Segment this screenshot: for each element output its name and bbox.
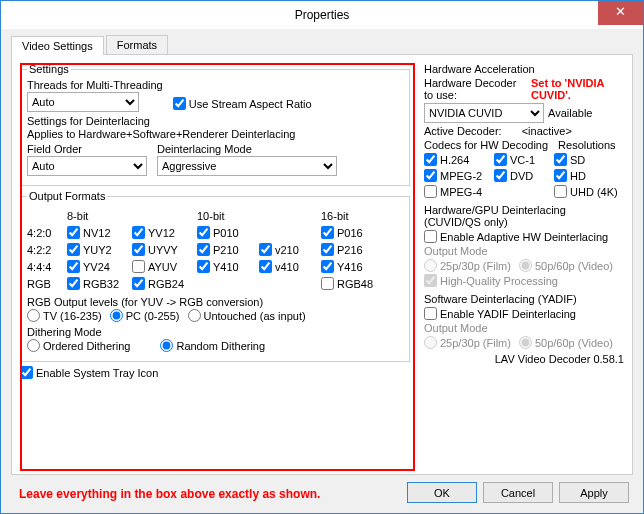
fmt-nv12-checkbox[interactable]: NV12 <box>67 226 132 239</box>
close-icon[interactable]: ✕ <box>598 1 643 25</box>
fmt-ayuv-checkbox[interactable]: AYUV <box>132 260 197 273</box>
yadif-output-mode-label: Output Mode <box>424 322 624 334</box>
fmt-p216-checkbox[interactable]: P216 <box>321 243 383 256</box>
fmt-row-key: 4:2:0 <box>27 227 67 239</box>
yadif-label: Software Deinterlacing (YADIF) <box>424 293 624 305</box>
available-label: Available <box>548 107 592 119</box>
hq-checkbox[interactable]: High-Quality Processing <box>424 274 624 287</box>
fmt-p016-checkbox[interactable]: P016 <box>321 226 383 239</box>
set-to-note: Set to 'NVIDIA CUVID'. <box>531 77 624 101</box>
ok-button[interactable]: OK <box>407 482 477 503</box>
dither-radio[interactable]: Random Dithering <box>160 339 265 352</box>
field-order-select[interactable]: Auto <box>27 156 147 176</box>
fmt-rgb32-checkbox[interactable]: RGB32 <box>67 277 132 290</box>
fmt-row-key: 4:4:4 <box>27 261 67 273</box>
rgb-levels-label: RGB Output levels (for YUV -> RGB conver… <box>27 296 403 308</box>
fmt-y416-checkbox[interactable]: Y416 <box>321 260 383 273</box>
field-order-label: Field Order <box>27 143 147 155</box>
hw-mode-radio[interactable]: 50p/60p (Video) <box>519 259 613 272</box>
fmt-row-key: RGB <box>27 278 67 290</box>
yadif-enable-checkbox[interactable]: Enable YADIF Deinterlacing <box>424 307 624 320</box>
codec-h264-checkbox[interactable]: H.264 <box>424 153 494 166</box>
version-label: LAV Video Decoder 0.58.1 <box>424 353 624 365</box>
fmt-yuy2-checkbox[interactable]: YUY2 <box>67 243 132 256</box>
window-title: Properties <box>295 8 350 22</box>
deint-mode-select[interactable]: Aggressive <box>157 156 337 176</box>
yadif-mode-radio[interactable]: 25p/30p (Film) <box>424 336 511 349</box>
fmt-row-key: 4:2:2 <box>27 244 67 256</box>
rgb-level-radio[interactable]: PC (0-255) <box>110 309 180 322</box>
codec-mpeg2-checkbox[interactable]: MPEG-2 <box>424 169 494 182</box>
deint-desc1: Settings for Deinterlacing <box>27 115 403 127</box>
res-label: Resolutions <box>558 139 615 151</box>
codec-uhd4k-checkbox[interactable]: UHD (4K) <box>554 185 624 198</box>
titlebar[interactable]: Properties ✕ <box>1 1 643 29</box>
output-formats-group: Output Formats 8-bit10-bit16-bit4:2:0NV1… <box>20 190 410 362</box>
hw-accel-label: Hardware Acceleration <box>424 63 624 75</box>
fmt-col-hdr: 8-bit <box>67 210 132 222</box>
stream-aspect-checkbox[interactable]: Use Stream Aspect Ratio <box>173 97 312 110</box>
codecs-label: Codecs for HW Decoding <box>424 139 548 151</box>
hw-mode-radio[interactable]: 25p/30p (Film) <box>424 259 511 272</box>
threads-label: Threads for Multi-Threading <box>27 79 163 91</box>
deint-mode-label: Deinterlacing Mode <box>157 143 337 155</box>
settings-group: Settings Threads for Multi-Threading Aut… <box>20 63 410 186</box>
apply-button[interactable]: Apply <box>559 482 629 503</box>
fmt-uyvy-checkbox[interactable]: UYVY <box>132 243 197 256</box>
settings-legend: Settings <box>27 63 71 75</box>
hw-decoder-label: Hardware Decoder to use: <box>424 77 527 101</box>
codec-vc1-checkbox[interactable]: VC-1 <box>494 153 554 166</box>
cancel-button[interactable]: Cancel <box>483 482 553 503</box>
rgb-level-radio[interactable]: Untouched (as input) <box>188 309 306 322</box>
fmt-p210-checkbox[interactable]: P210 <box>197 243 259 256</box>
fmt-p010-checkbox[interactable]: P010 <box>197 226 259 239</box>
hw-decoder-select[interactable]: NVIDIA CUVID <box>424 103 544 123</box>
active-decoder-value: <inactive> <box>522 125 572 137</box>
hw-deint-enable-checkbox[interactable]: Enable Adaptive HW Deinterlacing <box>424 230 624 243</box>
fmt-yv24-checkbox[interactable]: YV24 <box>67 260 132 273</box>
fmt-col-hdr: 16-bit <box>321 210 383 222</box>
hw-deint-label: Hardware/GPU Deinterlacing (CUVID/QS onl… <box>424 204 624 228</box>
fmt-col-hdr: 10-bit <box>197 210 259 222</box>
active-decoder-label: Active Decoder: <box>424 125 502 137</box>
fmt-v410-checkbox[interactable]: v410 <box>259 260 321 273</box>
codec-sd-checkbox[interactable]: SD <box>554 153 624 166</box>
dither-label: Dithering Mode <box>27 326 403 338</box>
tab-formats[interactable]: Formats <box>106 35 168 54</box>
threads-select[interactable]: Auto <box>27 92 139 112</box>
deint-desc2: Applies to Hardware+Software+Renderer De… <box>27 128 403 140</box>
codec-hd-checkbox[interactable]: HD <box>554 169 624 182</box>
dither-radio[interactable]: Ordered Dithering <box>27 339 130 352</box>
tray-checkbox[interactable]: Enable System Tray Icon <box>20 366 410 379</box>
codec-mpeg4-checkbox[interactable]: MPEG-4 <box>424 185 494 198</box>
properties-window: Properties ✕ Video Settings Formats Sett… <box>0 0 644 514</box>
tab-video-settings[interactable]: Video Settings <box>11 36 104 55</box>
fmt-y410-checkbox[interactable]: Y410 <box>197 260 259 273</box>
fmt-rgb24-checkbox[interactable]: RGB24 <box>132 277 197 290</box>
hw-output-mode-label: Output Mode <box>424 245 624 257</box>
output-legend: Output Formats <box>27 190 107 202</box>
yadif-mode-radio[interactable]: 50p/60p (Video) <box>519 336 613 349</box>
codec-dvd-checkbox[interactable]: DVD <box>494 169 554 182</box>
rgb-level-radio[interactable]: TV (16-235) <box>27 309 102 322</box>
button-row: OK Cancel Apply <box>407 482 629 503</box>
fmt-v210-checkbox[interactable]: v210 <box>259 243 321 256</box>
fmt-yv12-checkbox[interactable]: YV12 <box>132 226 197 239</box>
fmt-rgb48-checkbox[interactable]: RGB48 <box>321 277 383 290</box>
tab-strip: Video Settings Formats <box>11 35 633 55</box>
footer-note: Leave everything in the box above exactl… <box>19 487 320 501</box>
